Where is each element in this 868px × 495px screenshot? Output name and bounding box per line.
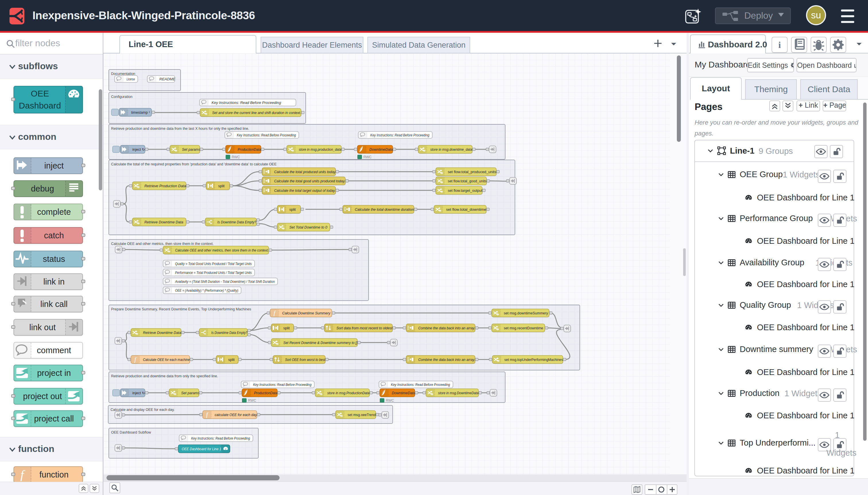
svg-text:split: split (218, 184, 225, 188)
svg-text:RWC: RWC (232, 155, 240, 159)
svg-text:set flow.total_good_units: set flow.total_good_units (448, 179, 487, 183)
svg-text:set msg.recentDowntime: set msg.recentDowntime (504, 326, 543, 330)
svg-text:set flow.target_output: set flow.target_output (448, 189, 483, 193)
svg-text:Combine the data back into an: Combine the data back into an array. (418, 326, 475, 330)
svg-text:Key Instructions: Read Before: Key Instructions: Read Before Proceeding (237, 133, 296, 137)
svg-text:Key Instructions: Read Before: Key Instructions: Read Before Proceeding (253, 382, 312, 387)
svg-text:DowntimeData: DowntimeData (369, 148, 393, 152)
svg-text:Calculate the total target out: Calculate the total target output of tod… (274, 189, 335, 193)
svg-text:Configuration: Configuration (111, 95, 132, 99)
svg-text:Calculate OEE and other metric: Calculate OEE and other metrics, then st… (111, 242, 213, 246)
svg-text:store in msg.downtime_data: store in msg.downtime_data (430, 148, 472, 152)
svg-text:i: i (778, 40, 781, 50)
svg-text:Set Recent Downtime & Downtime: Set Recent Downtime & Downtime summery t… (283, 341, 357, 345)
svg-text:Retrieve production and downti: Retrieve production and downtime data fr… (111, 126, 249, 131)
svg-text:Sort data from most recent to: Sort data from most recent to oldest (336, 326, 393, 330)
svg-text:split: split (228, 358, 235, 362)
svg-text:Key Instructions: Read Before: Key Instructions: Read Before Proceeding (191, 436, 250, 441)
svg-text:Set and store the current line: Set and store the current line and shift… (212, 111, 301, 115)
svg-text:set msg.oeeTrend: set msg.oeeTrend (348, 413, 376, 417)
svg-text:Calculate Downtime Summery: Calculate Downtime Summery (282, 311, 331, 315)
svg-text:Key Instructions: Read Before: Key Instructions: Read Before Proceeding (370, 133, 430, 137)
svg-text:inject ↻: inject ↻ (132, 391, 145, 395)
svg-text:Calculate the total of the req: Calculate the total of the required prop… (111, 162, 277, 166)
svg-text:Calculate the total good units: Calculate the total good units produced … (274, 179, 345, 183)
svg-text:Calculate the total produced u: Calculate the total produced units today (274, 170, 336, 174)
svg-text:Set params: Set params (181, 391, 199, 395)
svg-text:Retrieve Production Data: Retrieve Production Data (144, 184, 186, 188)
svg-text:Calculate OEE for each machine: Calculate OEE for each machine (143, 358, 190, 362)
svg-text:OEE = (Availability) * (Perfor: OEE = (Availability) * (Performance) * (… (175, 288, 238, 293)
svg-text:Key Instructions: Read Before: Key Instructions: Read Before Proceeding (211, 101, 281, 105)
svg-text:set msg.downtimeSummery: set msg.downtimeSummery (504, 311, 548, 315)
svg-text:Prepare Downtime Summary, Rece: Prepare Downtime Summary, Recent Downtim… (111, 307, 251, 311)
svg-text:OEE Dashboard for Line 1: OEE Dashboard for Line 1 (182, 447, 221, 451)
svg-text:DowntimeData: DowntimeData (392, 391, 415, 395)
svg-text:Is Downtime Data Empty?: Is Downtime Data Empty? (217, 220, 256, 224)
svg-text:Calculate the total downtime d: Calculate the total downtime duration (355, 208, 414, 211)
svg-text:Sort OEE from worst to best: Sort OEE from worst to best (285, 358, 325, 362)
svg-text:store in msg.ProductionData: store in msg.ProductionData (327, 391, 369, 395)
svg-text:Calculate OEE and other metric: Calculate OEE and other metrics, then st… (175, 249, 269, 252)
svg-text:split: split (283, 326, 290, 330)
svg-text:Is Downtime Data Empty?: Is Downtime Data Empty? (211, 331, 247, 335)
svg-text:split: split (289, 208, 296, 211)
svg-text:RWC: RWC (248, 398, 256, 403)
svg-text:License: License (126, 77, 135, 81)
svg-text:RWC: RWC (363, 155, 372, 159)
svg-text:set msg.topUnderPerformingMach: set msg.topUnderPerformingMachines (504, 358, 563, 362)
svg-text:Combine the data back into an: Combine the data back into an array. (418, 358, 475, 362)
svg-text:Set Total Downtime to 0: Set Total Downtime to 0 (289, 225, 327, 229)
svg-text:RWC: RWC (386, 398, 394, 403)
svg-text:README: README (159, 77, 175, 81)
svg-text:Documentation: Documentation (111, 72, 135, 76)
svg-text:ProductionData: ProductionData (238, 148, 261, 152)
svg-text:Set params: Set params (182, 148, 201, 152)
svg-text:ProductionData: ProductionData (254, 391, 277, 395)
svg-text:set flow.total_downtime: set flow.total_downtime (446, 208, 486, 211)
svg-text:OEE Dashboard Subflow: OEE Dashboard Subflow (111, 430, 151, 434)
svg-text:store in msg.DowntimeData: store in msg.DowntimeData (438, 391, 479, 395)
svg-text:Quality = Total Good Units Pro: Quality = Total Good Units Produced / To… (175, 261, 252, 266)
svg-text:inject ↻: inject ↻ (132, 148, 145, 152)
svg-text:Performance = Total Produced U: Performance = Total Produced Units / Tot… (175, 271, 252, 275)
svg-text:Availavity = (Total Shift Dura: Availavity = (Total Shift Duration - Tot… (175, 279, 275, 284)
svg-text:Retrieve Downtime Data: Retrieve Downtime Data (144, 220, 184, 224)
svg-text:Retrieve Downtime Data: Retrieve Downtime Data (143, 331, 181, 335)
svg-text:set flow.total_produced_units: set flow.total_produced_units (448, 170, 496, 174)
svg-text:calculate OEE for each day: calculate OEE for each day (215, 413, 257, 417)
svg-text:Retrieve production and downti: Retrieve production and downtime data fr… (111, 374, 218, 378)
svg-text:Calculate and display OEE for: Calculate and display OEE for each day. (110, 408, 175, 412)
svg-text:timestamp ¹: timestamp ¹ (131, 110, 150, 115)
svg-text:store in msg.production_data: store in msg.production_data (299, 148, 341, 152)
svg-text:Key Instructions: Read Before: Key Instructions: Read Before Proceeding (391, 382, 450, 387)
